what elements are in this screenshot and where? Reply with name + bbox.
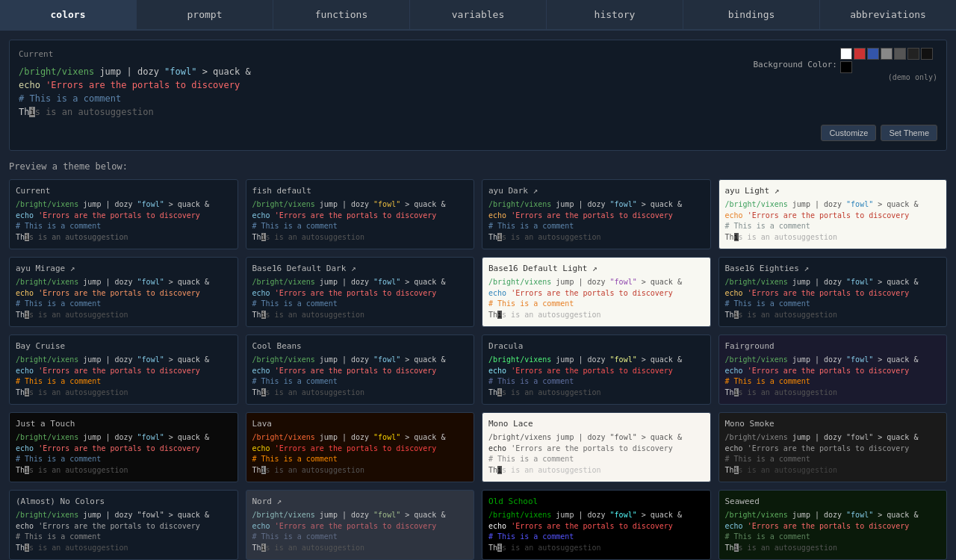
bg-color-label: Background Color:: [753, 60, 837, 69]
theme-preview-bay-cruise: /bright/vixens jump | dozy "fowl" > quac…: [16, 355, 232, 398]
tab-bindings[interactable]: bindings: [683, 0, 820, 29]
theme-preview-ayu-dark: /bright/vixens jump | dozy "fowl" > quac…: [488, 199, 704, 243]
cursor: i: [29, 107, 34, 117]
theme-card-ayu-light[interactable]: ayu Light ↗ /bright/vixens jump | dozy "…: [718, 179, 948, 249]
bg-swatch-red[interactable]: [854, 48, 866, 60]
tab-variables[interactable]: variables: [410, 0, 547, 29]
theme-preview-base16-default-dark: /bright/vixens jump | dozy "fowl" > quac…: [252, 277, 468, 320]
theme-preview-nord: /bright/vixens jump | dozy "fowl" > quac…: [252, 510, 468, 553]
theme-card-base16-eighties[interactable]: Base16 Eighties ↗ /bright/vixens jump | …: [718, 257, 948, 327]
bg-swatch-black[interactable]: [840, 61, 852, 73]
theme-name-seaweed: Seaweed: [725, 497, 941, 506]
theme-name-dracula: Dracula: [488, 341, 704, 351]
theme-name-fish-default: fish default: [252, 186, 468, 196]
theme-name-just-a-touch: Just a Touch: [16, 419, 232, 429]
theme-preview-mono-lace: /bright/vixens jump | dozy "fowl" > quac…: [488, 432, 704, 476]
theme-preview-seaweed: /bright/vixens jump | dozy "fowl" > quac…: [725, 510, 941, 553]
current-preview-section: Current Background Color: (demo only): [9, 40, 947, 151]
theme-card-seaweed[interactable]: Seaweed /bright/vixens jump | dozy "fowl…: [718, 490, 948, 560]
theme-card-base16-default-light[interactable]: Base16 Default Light ↗ /bright/vixens ju…: [482, 257, 711, 327]
theme-card-fairground[interactable]: Fairground /bright/vixens jump | dozy "f…: [718, 335, 948, 405]
bg-swatch-white[interactable]: [840, 48, 852, 60]
theme-card-cool-beans[interactable]: Cool Beans /bright/vixens jump | dozy "f…: [246, 335, 475, 405]
theme-name-ayu-mirage: ayu Mirage ↗: [16, 264, 232, 273]
tab-prompt[interactable]: prompt: [137, 0, 273, 29]
code-line-3: # This is a comment: [19, 92, 937, 105]
theme-card-ayu-mirage[interactable]: ayu Mirage ↗ /bright/vixens jump | dozy …: [9, 257, 238, 327]
theme-preview-old-school: /bright/vixens jump | dozy "fowl" > quac…: [488, 510, 704, 553]
theme-card-old-school[interactable]: Old School /bright/vixens jump | dozy "f…: [482, 490, 711, 560]
theme-card-just-a-touch[interactable]: Just a Touch /bright/vixens jump | dozy …: [9, 412, 238, 482]
theme-preview-base16-eighties: /bright/vixens jump | dozy "fowl" > quac…: [725, 277, 941, 320]
theme-grid: Current /bright/vixens jump | dozy "fowl…: [9, 179, 947, 560]
theme-card-current[interactable]: Current /bright/vixens jump | dozy "fowl…: [9, 179, 238, 249]
bg-swatch-dark[interactable]: [907, 48, 919, 60]
theme-card-ayu-dark[interactable]: ayu Dark ↗ /bright/vixens jump | dozy "f…: [482, 179, 711, 249]
set-theme-button[interactable]: Set Theme: [881, 125, 937, 141]
bg-color-control: Background Color: (demo only): [753, 48, 937, 81]
theme-card-almost-no-colors[interactable]: (Almost) No Colors /bright/vixens jump |…: [9, 490, 238, 560]
theme-preview-just-a-touch: /bright/vixens jump | dozy "fowl" > quac…: [16, 432, 232, 476]
bg-demo-note: (demo only): [888, 73, 937, 81]
theme-preview-dracula: /bright/vixens jump | dozy "fowl" > quac…: [488, 355, 704, 398]
customize-button[interactable]: Customize: [821, 125, 876, 141]
preview-label: Preview a theme below:: [9, 161, 947, 172]
theme-name-old-school: Old School: [488, 497, 704, 506]
theme-name-lava: Lava: [252, 419, 468, 429]
theme-name-nord: Nord ↗: [252, 497, 468, 506]
tab-colors[interactable]: colors: [0, 0, 137, 29]
theme-name-almost-no-colors: (Almost) No Colors: [16, 497, 232, 506]
tab-bar: colors prompt functions variables histor…: [0, 0, 956, 31]
tab-abbreviations[interactable]: abbreviations: [820, 0, 956, 29]
theme-preview-mono-smoke: /bright/vixens jump | dozy "fowl" > quac…: [725, 432, 941, 476]
bg-swatch-gray[interactable]: [881, 48, 893, 60]
bg-color-swatches: [840, 48, 937, 73]
code-line-4: This is an autosuggestion: [19, 105, 937, 119]
theme-preview-ayu-mirage: /bright/vixens jump | dozy "fowl" > quac…: [16, 277, 232, 320]
theme-name-bay-cruise: Bay Cruise: [16, 341, 232, 351]
action-buttons: Customize Set Theme: [19, 125, 937, 141]
theme-card-lava[interactable]: Lava /bright/vixens jump | dozy "fowl" >…: [246, 412, 475, 482]
theme-preview-current: /bright/vixens jump | dozy "fowl" > quac…: [16, 199, 232, 243]
tab-functions[interactable]: functions: [273, 0, 410, 29]
theme-card-fish-default[interactable]: fish default /bright/vixens jump | dozy …: [246, 179, 475, 249]
theme-card-bay-cruise[interactable]: Bay Cruise /bright/vixens jump | dozy "f…: [9, 335, 238, 405]
theme-name-base16-default-dark: Base16 Default Dark ↗: [252, 264, 468, 273]
bg-swatch-darker[interactable]: [921, 48, 933, 60]
theme-name-fairground: Fairground: [725, 341, 941, 351]
theme-preview-base16-default-light: /bright/vixens jump | dozy "fowl" > quac…: [488, 277, 704, 320]
theme-preview-fairground: /bright/vixens jump | dozy "fowl" > quac…: [725, 355, 941, 398]
theme-preview-ayu-light: /bright/vixens jump | dozy "fowl" > quac…: [725, 199, 941, 243]
theme-preview-fish-default: /bright/vixens jump | dozy "fowl" > quac…: [252, 199, 468, 243]
theme-name-current: Current: [16, 186, 232, 196]
theme-card-base16-default-dark[interactable]: Base16 Default Dark ↗ /bright/vixens jum…: [246, 257, 475, 327]
theme-preview-lava: /bright/vixens jump | dozy "fowl" > quac…: [252, 432, 468, 476]
bg-swatch-blue[interactable]: [867, 48, 879, 60]
main-content: Current Background Color: (demo only): [0, 31, 956, 560]
theme-preview-cool-beans: /bright/vixens jump | dozy "fowl" > quac…: [252, 355, 468, 398]
theme-card-mono-lace[interactable]: Mono Lace /bright/vixens jump | dozy "fo…: [482, 412, 711, 482]
tab-history[interactable]: history: [547, 0, 683, 29]
theme-card-dracula[interactable]: Dracula /bright/vixens jump | dozy "fowl…: [482, 335, 711, 405]
theme-card-nord[interactable]: Nord ↗ /bright/vixens jump | dozy "fowl"…: [246, 490, 475, 560]
theme-preview-almost-no-colors: /bright/vixens jump | dozy "fowl" > quac…: [16, 510, 232, 553]
theme-name-base16-eighties: Base16 Eighties ↗: [725, 264, 941, 273]
theme-card-mono-smoke[interactable]: Mono Smoke /bright/vixens jump | dozy "f…: [718, 412, 948, 482]
theme-name-mono-lace: Mono Lace: [488, 419, 704, 429]
theme-name-mono-smoke: Mono Smoke: [725, 419, 941, 429]
bg-swatch-darkgray[interactable]: [894, 48, 906, 60]
theme-name-cool-beans: Cool Beans: [252, 341, 468, 351]
theme-name-ayu-dark: ayu Dark ↗: [488, 186, 704, 196]
theme-name-ayu-light: ayu Light ↗: [725, 186, 941, 196]
theme-name-base16-default-light: Base16 Default Light ↗: [488, 264, 704, 273]
